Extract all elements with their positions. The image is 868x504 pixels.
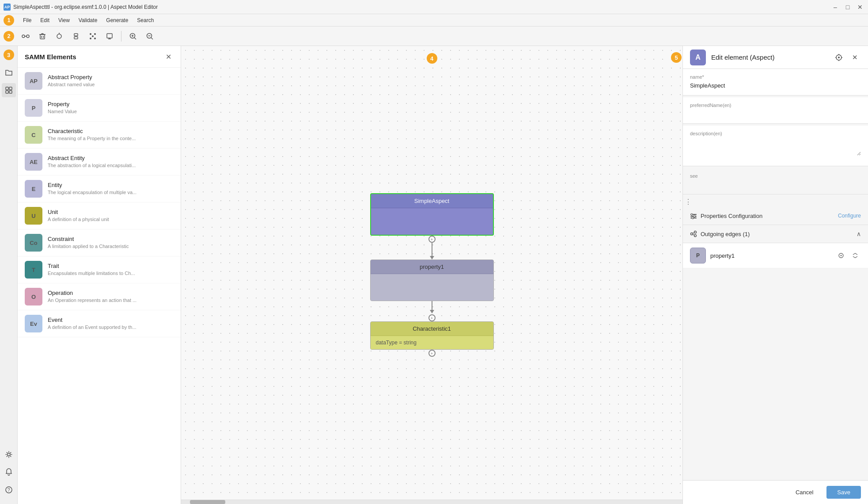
field-preferred-name-input[interactable] — [690, 110, 861, 118]
sidebar-element-p[interactable]: P Property Named Value — [18, 95, 181, 122]
activity-grid[interactable] — [2, 83, 16, 97]
svg-text:?: ? — [8, 488, 10, 493]
field-see-input[interactable] — [690, 180, 861, 189]
title-bar-text: SimpleAspectttl - org.eclipse.esmf:1.0.0… — [13, 4, 158, 10]
delete-button[interactable] — [35, 29, 49, 43]
characteristic-node[interactable]: Characteristic1 dataType = string — [370, 321, 494, 350]
more-menu-dots[interactable]: ⋮ — [683, 196, 694, 208]
element-info-t: Trait Encapsulates multiple limitations … — [48, 263, 174, 276]
element-info-ev: Event A definition of an Event supported… — [48, 317, 174, 330]
element-desc-e: The logical encapsulation of multiple va… — [48, 189, 174, 195]
connector-circle-3[interactable]: + — [428, 350, 436, 357]
field-name-input[interactable] — [690, 81, 861, 90]
main-layout: 3 ? SAMM Elements ✕ AP — [0, 46, 868, 504]
menu-generate[interactable]: Generate — [102, 16, 132, 24]
element-desc-co: A limitation applied to a Characteristic — [48, 243, 174, 249]
property-node-body — [371, 274, 493, 301]
menu-view[interactable]: View — [55, 16, 73, 24]
menu-edit[interactable]: Edit — [37, 16, 53, 24]
svg-point-18 — [92, 35, 94, 37]
menu-validate[interactable]: Validate — [75, 16, 101, 24]
activity-settings[interactable] — [2, 447, 16, 462]
window-controls: – □ ✕ — [831, 3, 864, 11]
format-input-button[interactable] — [52, 29, 66, 43]
svg-point-50 — [694, 235, 697, 237]
element-info-c: Characteristic The meaning of a Property… — [48, 128, 174, 141]
element-desc-ae: The abstraction of a logical encapsulati… — [48, 162, 174, 168]
svg-rect-12 — [74, 34, 78, 36]
panel-actions: ✕ — [833, 51, 861, 64]
deploy-button[interactable] — [102, 29, 117, 43]
activity-folder[interactable] — [2, 65, 16, 80]
sidebar-close-button[interactable]: ✕ — [163, 51, 174, 62]
element-desc-o: An Operation represents an action that .… — [48, 297, 174, 303]
element-desc-u: A definition of a physical unit — [48, 216, 174, 222]
sidebar-element-t[interactable]: T Trait Encapsulates multiple limitation… — [18, 256, 181, 283]
svg-point-1 — [27, 35, 29, 38]
element-badge-o: O — [25, 288, 42, 305]
properties-config-action[interactable]: Configure — [838, 213, 861, 219]
cancel-button[interactable]: Cancel — [787, 486, 822, 499]
aspect-node[interactable]: SimpleAspect — [370, 193, 494, 236]
canvas-scrollbar-thumb[interactable] — [190, 500, 225, 504]
save-button[interactable]: Save — [826, 486, 861, 499]
connector-3: + — [428, 350, 436, 357]
sidebar-element-co[interactable]: Co Constraint A limitation applied to a … — [18, 229, 181, 256]
field-description-textarea[interactable] — [690, 138, 861, 156]
outgoing-edges-section[interactable]: Outgoing edges (1) ∧ — [683, 225, 868, 243]
menu-search[interactable]: Search — [133, 16, 157, 24]
aspect-node-box[interactable]: SimpleAspect — [370, 193, 494, 236]
sidebar-element-ev[interactable]: Ev Event A definition of an Event suppor… — [18, 310, 181, 337]
maximize-button[interactable]: □ — [843, 3, 852, 11]
panel-close-button[interactable]: ✕ — [849, 51, 861, 64]
format-output-button[interactable] — [69, 29, 83, 43]
element-desc-c: The meaning of a Property in the conte..… — [48, 135, 174, 141]
connector-circle-2[interactable]: + — [428, 314, 436, 321]
connector-circle-1[interactable]: + — [428, 236, 436, 243]
element-name-t: Trait — [48, 263, 174, 269]
badge-1: 1 — [4, 15, 14, 26]
property-node-box[interactable]: property1 — [370, 260, 494, 301]
properties-config-section[interactable]: Properties Configuration Configure — [683, 207, 868, 225]
panel-target-button[interactable] — [833, 51, 845, 64]
layout-button[interactable] — [86, 29, 100, 43]
activity-bell[interactable] — [2, 465, 16, 479]
outgoing-target-button[interactable] — [835, 250, 847, 261]
sidebar-element-ap[interactable]: AP Abstract Property Abstract named valu… — [18, 68, 181, 95]
sidebar-header: SAMM Elements ✕ — [18, 46, 181, 68]
activity-help[interactable]: ? — [2, 483, 16, 497]
svg-point-33 — [8, 453, 10, 456]
characteristic-node-header: Characteristic1 — [371, 322, 493, 336]
badge-4: 4 — [427, 53, 437, 64]
connector-1: + — [428, 236, 436, 260]
zoom-in-button[interactable] — [126, 29, 140, 43]
element-name-u: Unit — [48, 209, 174, 215]
canvas-area[interactable]: 4 SimpleAspect + property — [181, 46, 682, 504]
properties-config-title: Properties Configuration — [701, 213, 834, 219]
svg-line-52 — [693, 234, 694, 235]
canvas-scrollbar-h[interactable] — [181, 500, 682, 504]
svg-rect-30 — [9, 87, 12, 90]
sidebar-element-o[interactable]: O Operation An Operation represents an a… — [18, 283, 181, 310]
element-badge-c: C — [25, 126, 42, 144]
sidebar-element-c[interactable]: C Characteristic The meaning of a Proper… — [18, 122, 181, 149]
element-badge-co: Co — [25, 234, 42, 252]
element-name-ae: Abstract Entity — [48, 155, 174, 161]
property-node[interactable]: property1 — [370, 260, 494, 301]
characteristic-node-box[interactable]: Characteristic1 dataType = string — [370, 321, 494, 350]
sidebar-element-e[interactable]: E Entity The logical encapsulation of mu… — [18, 176, 181, 202]
outgoing-expand-button[interactable] — [849, 250, 861, 261]
element-badge-p: P — [25, 99, 42, 117]
connect-button[interactable] — [19, 29, 33, 43]
field-name-label: name* — [690, 74, 861, 80]
menu-file[interactable]: File — [19, 16, 35, 24]
sidebar-element-ae[interactable]: AE Abstract Entity The abstraction of a … — [18, 149, 181, 176]
outgoing-item: P property1 — [683, 243, 868, 268]
activity-bar: 3 ? — [0, 46, 18, 504]
close-button[interactable]: ✕ — [856, 3, 864, 11]
outgoing-edges-chevron[interactable]: ∧ — [857, 230, 861, 237]
zoom-out-button[interactable] — [143, 29, 157, 43]
minimize-button[interactable]: – — [831, 3, 840, 11]
svg-rect-31 — [6, 91, 8, 93]
sidebar-element-u[interactable]: U Unit A definition of a physical unit — [18, 202, 181, 229]
